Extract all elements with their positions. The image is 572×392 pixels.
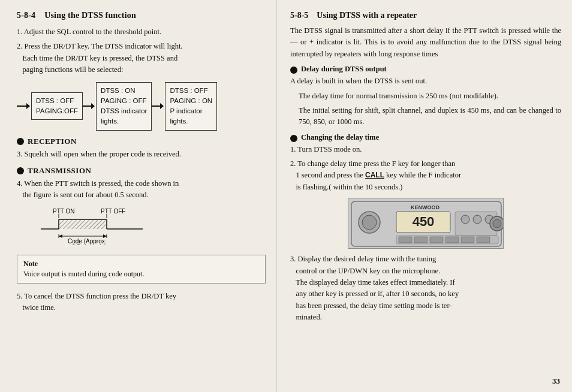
svg-point-23 (362, 215, 377, 230)
delay-line2: The delay time for normal transmission i… (290, 91, 561, 102)
transmission-label: TRANSMISSION (28, 166, 91, 176)
step3: 3. Display the desired delay time with t… (290, 254, 561, 323)
dtss-box-1: DTSS : OFFPAGING:OFF (31, 92, 83, 120)
svg-text:0.5 seconds): 0.5 seconds) (72, 244, 106, 245)
svg-rect-29 (399, 237, 412, 243)
right-intro: The DTSS signal is transmitted after a s… (290, 25, 561, 60)
delay-line1: A delay is built in when the DTSS is sen… (290, 76, 561, 87)
left-section-title-text: Using the DTSS function (44, 11, 136, 20)
ptt-diagram-container: PTT ON PTT OFF (35, 206, 266, 248)
left-section-title: 5-8-4 Using the DTSS function (17, 11, 266, 20)
right-column: 5-8-5 Using DTSS with a repeater The DTS… (277, 0, 572, 392)
note-text: Voice output is muted during code output… (23, 270, 259, 279)
page: 5-8-4 Using the DTSS function 1. Adjust … (0, 0, 572, 392)
right-section-num: 5-8-5 (290, 11, 308, 20)
right-section-title-text: Using DTSS with a repeater (317, 11, 417, 20)
note-title: Note (23, 260, 259, 269)
dtss-flow-diagram: DTSS : OFFPAGING:OFF DTSS : ONPAGING : O… (17, 82, 266, 131)
left-column: 5-8-4 Using the DTSS function 1. Adjust … (0, 0, 277, 392)
reception-label: RECEPTION (28, 137, 77, 146)
svg-point-25 (461, 215, 469, 224)
svg-rect-32 (445, 237, 459, 243)
step-5: 5. To cancel the DTSS function press the… (17, 291, 266, 314)
changing-delay-label: Changing the delay time (301, 133, 379, 142)
reception-section: RECEPTION (17, 137, 266, 146)
diagram-start-arrow (17, 103, 30, 109)
svg-marker-14 (59, 234, 62, 238)
svg-rect-31 (430, 237, 443, 243)
svg-text:PTT OFF: PTT OFF (101, 208, 125, 215)
svg-text:450: 450 (413, 214, 435, 229)
dtss-box-2: DTSS : ONPAGING : OFFDTSS indicatorlight… (96, 82, 152, 131)
changing-delay-bullet-icon (290, 135, 297, 142)
delay-bullet-icon (290, 67, 297, 74)
page-number: 33 (552, 376, 560, 386)
reception-step: 3. Squelch will open when the proper cod… (17, 149, 266, 160)
step-1: 1. Adjust the SQL control to the thresho… (17, 26, 266, 38)
svg-text:PTT ON: PTT ON (53, 208, 74, 215)
transmission-section: TRANSMISSION (17, 166, 266, 176)
dtss-box-3: DTSS : OFFPAGING : ONP indicatorlights. (165, 82, 217, 131)
changing-delay-section: Changing the delay time (290, 133, 561, 142)
radio-svg: KENWOOD 450 (348, 198, 504, 249)
radio-illustration: KENWOOD 450 (290, 198, 561, 249)
right-section-title: 5-8-5 Using DTSS with a repeater (290, 11, 561, 20)
svg-point-36 (493, 219, 501, 228)
left-section-num: 5-8-4 (17, 11, 35, 20)
reception-bullet (17, 138, 24, 145)
svg-rect-30 (414, 237, 428, 243)
note-box: Note Voice output is muted during code o… (17, 255, 266, 284)
svg-text:KENWOOD: KENWOOD (411, 204, 439, 210)
svg-rect-9 (59, 219, 107, 229)
delay-output-section: Delay during DTSS output (290, 65, 561, 74)
delay-output-label: Delay during DTSS output (301, 65, 387, 74)
svg-point-26 (473, 215, 481, 224)
step-2: 2. Press the DR/DT key. The DTSS indicat… (17, 41, 266, 76)
changing-step2: 2. To change delay time press the F key … (290, 158, 561, 193)
svg-rect-33 (461, 237, 474, 243)
ptt-waveform: PTT ON PTT OFF (35, 206, 155, 245)
changing-step1: 1. Turn DTSS mode on. (290, 144, 561, 155)
svg-rect-34 (477, 237, 490, 243)
delay-line3: The initial setting for shift, split cha… (290, 105, 561, 128)
transmission-step: 4. When the PTT switch is pressed, the c… (17, 178, 266, 201)
transmission-bullet (17, 167, 24, 174)
